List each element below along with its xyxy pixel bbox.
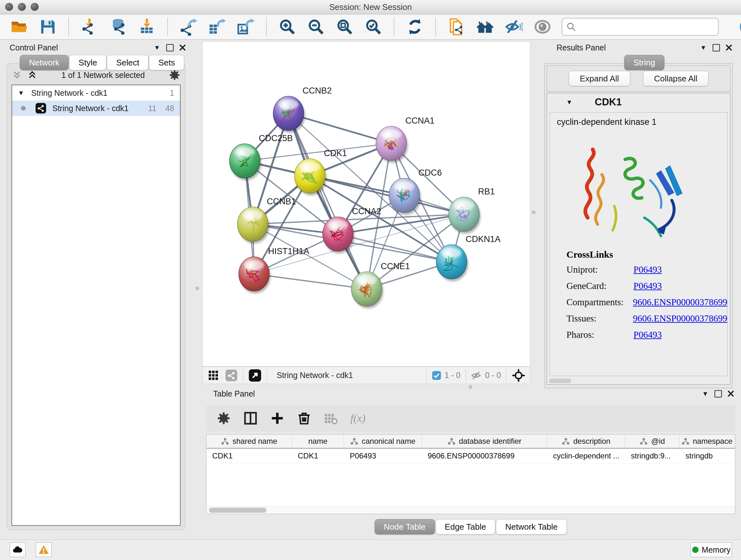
right-splitter-handle[interactable] <box>532 210 536 214</box>
tab-style[interactable]: Style <box>69 55 106 70</box>
node-label: CDK1 <box>324 148 347 158</box>
float-panel-icon[interactable] <box>163 43 176 53</box>
column-header[interactable]: canonical name <box>344 435 422 448</box>
network-node-CCNB1[interactable]: CCNB1 <box>238 197 296 244</box>
network-node-RB1[interactable]: RB1 <box>449 187 495 234</box>
zoom-in-icon[interactable] <box>278 17 297 37</box>
network-panel-body: 1 of 1 Network selected ▼ String Network… <box>7 63 185 530</box>
column-header[interactable]: shared name <box>206 435 292 448</box>
tab-edge-table[interactable]: Edge Table <box>435 519 495 535</box>
grid-view-icon[interactable] <box>207 369 220 382</box>
panel-menu-icon[interactable]: ▼ <box>697 43 710 53</box>
refresh-icon[interactable] <box>405 17 424 37</box>
export-image-icon[interactable] <box>236 17 255 37</box>
show-columns-icon[interactable] <box>243 411 258 426</box>
crosslink-label: Tissues: <box>566 313 633 324</box>
export-table-icon[interactable] <box>207 17 226 37</box>
network-canvas[interactable]: CCNB2CCNA1CDC25BCDK1CDC6RB1CCNB1CCNA2CDK… <box>202 41 530 367</box>
warning-icon <box>38 544 49 555</box>
hide-selected-icon[interactable] <box>504 17 523 37</box>
memory-button[interactable]: Memory <box>690 543 732 557</box>
left-splitter-handle[interactable] <box>195 287 199 290</box>
column-header[interactable]: description <box>547 435 625 448</box>
open-session-icon[interactable] <box>10 17 29 37</box>
zoom-fit-icon[interactable] <box>335 17 354 37</box>
tree-expand-icon[interactable]: ▼ <box>18 89 24 97</box>
crosslink-tissues[interactable]: 9606.ENSP00000378699 <box>633 313 727 324</box>
node-label: CDKN1A <box>466 234 501 244</box>
column-header[interactable]: name <box>292 435 344 448</box>
crosslink-pharos[interactable]: P06493 <box>633 329 662 340</box>
search-input[interactable] <box>562 18 719 36</box>
delete-column-icon[interactable] <box>297 411 312 426</box>
collapse-gene-icon[interactable]: ▼ <box>566 99 572 106</box>
panel-menu-icon[interactable]: ▼ <box>699 388 712 399</box>
table-options-gear-icon[interactable] <box>216 411 231 426</box>
import-network-file-icon[interactable] <box>80 17 99 37</box>
import-table-icon[interactable] <box>137 17 156 37</box>
tab-network-table[interactable]: Network Table <box>496 519 567 535</box>
hidden-eye-icon[interactable] <box>471 370 482 381</box>
table-horizontal-scrollbar[interactable] <box>206 506 735 514</box>
search-box <box>562 18 719 36</box>
collection-label: String Network - cdk1 <box>31 88 108 98</box>
crosslink-compartments[interactable]: 9606.ENSP00000378699 <box>633 297 727 307</box>
add-column-icon[interactable] <box>270 411 285 426</box>
collapse-all-button[interactable]: Collapse All <box>643 71 709 86</box>
warnings-button[interactable] <box>36 543 52 557</box>
detach-view-icon[interactable] <box>248 369 262 382</box>
close-panel-icon[interactable] <box>723 43 735 53</box>
cloud-status-button[interactable] <box>10 543 25 557</box>
tab-network[interactable]: Network <box>20 55 69 70</box>
export-network-icon[interactable] <box>179 17 198 37</box>
network-node-CDC6[interactable]: CDC6 <box>389 168 442 215</box>
table-toolbar: f(x) <box>206 405 735 432</box>
table-row[interactable]: CDK1 CDK1 P06493 9606.ENSP00000378699 cy… <box>206 449 735 463</box>
node-label: HIST1H1A <box>268 246 309 256</box>
crosslink-genecard[interactable]: P06493 <box>633 281 662 291</box>
tab-sets[interactable]: Sets <box>149 55 184 70</box>
home-icon[interactable] <box>475 17 495 37</box>
selected-checkbox-icon[interactable] <box>432 371 441 380</box>
column-header[interactable]: database identifier <box>422 435 547 448</box>
node-label: CCNE1 <box>381 261 410 271</box>
network-node-CCNA1[interactable]: CCNA1 <box>376 116 434 163</box>
tab-node-table[interactable]: Node Table <box>375 519 435 535</box>
column-header[interactable]: namespace <box>680 435 734 448</box>
network-node-CCNE1[interactable]: CCNE1 <box>351 261 410 308</box>
scrollbar-thumb[interactable] <box>209 508 266 513</box>
table-header-row: shared name name canonical name database… <box>206 435 735 449</box>
table-panel-title: Table Panel <box>213 389 255 398</box>
network-node-CDKN1A[interactable]: CDKN1A <box>436 234 501 281</box>
zoom-out-icon[interactable] <box>307 17 326 37</box>
float-panel-icon[interactable] <box>710 43 723 53</box>
expand-all-button[interactable]: Expand All <box>569 71 630 86</box>
current-network-dot-icon <box>20 105 27 112</box>
import-network-database-icon[interactable] <box>109 17 128 37</box>
network-options-gear-icon[interactable] <box>169 69 181 81</box>
tab-select[interactable]: Select <box>107 55 148 70</box>
results-scrollbar-thumb[interactable] <box>549 379 571 383</box>
tab-string[interactable]: String <box>624 55 664 70</box>
close-panel-icon[interactable] <box>176 43 189 53</box>
panel-menu-icon[interactable]: ▼ <box>151 43 163 53</box>
results-panel-title: Results Panel <box>556 43 606 52</box>
column-header[interactable]: @id <box>625 435 680 448</box>
network-thumbnail-icon[interactable] <box>225 369 238 382</box>
zoom-selected-icon[interactable] <box>364 17 383 37</box>
control-panel-tabs: Network Style Select Sets <box>20 55 184 70</box>
network-node-HIST1H1A[interactable]: HIST1H1A <box>239 246 309 294</box>
save-session-icon[interactable] <box>38 17 57 37</box>
help-icon[interactable]: ? <box>739 17 741 36</box>
close-panel-icon[interactable] <box>724 388 737 399</box>
birdseye-view-icon[interactable] <box>512 368 526 382</box>
collapse-all-networks-icon[interactable] <box>11 70 22 80</box>
expand-all-networks-icon[interactable] <box>27 70 38 80</box>
network-collection-row[interactable]: ▼ String Network - cdk1 1 <box>12 85 180 101</box>
crosslink-uniprot[interactable]: P06493 <box>633 264 662 275</box>
float-panel-icon[interactable] <box>712 388 724 399</box>
hidden-counts: 0 - 0 <box>485 371 501 380</box>
show-all-icon[interactable] <box>533 17 552 37</box>
network-from-file-icon[interactable] <box>447 17 466 37</box>
network-row-selected[interactable]: String Network - cdk1 11 48 <box>12 101 180 116</box>
